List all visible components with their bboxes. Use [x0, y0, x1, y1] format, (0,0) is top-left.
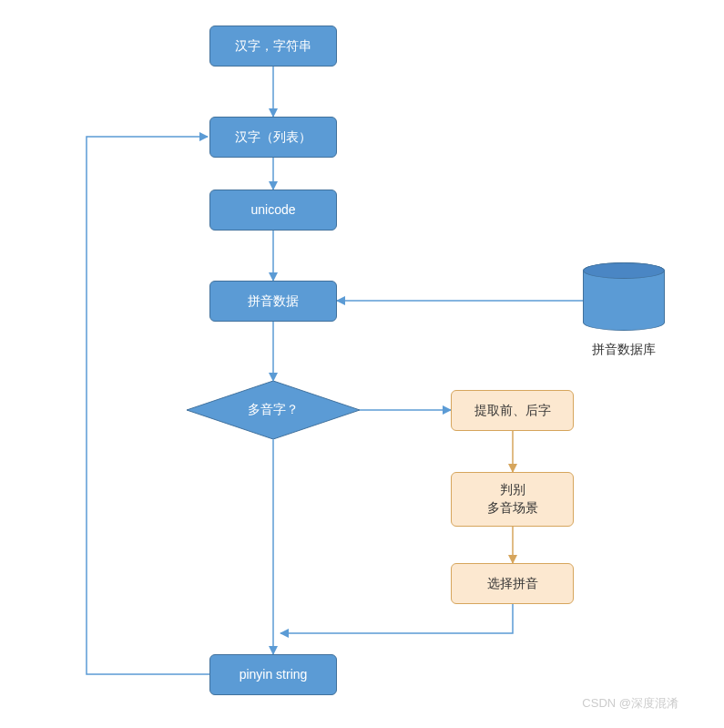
node-label: unicode: [250, 201, 295, 220]
node-label: 多音字？: [248, 402, 299, 418]
node-label: 汉字（列表）: [235, 128, 311, 147]
node-pinyin-string: pinyin string: [209, 654, 337, 695]
edges-layer: [0, 0, 724, 728]
node-hanzi-list: 汉字（列表）: [209, 117, 337, 158]
database-icon: [583, 262, 665, 331]
node-label: 汉字，字符串: [235, 37, 311, 56]
node-label: 拼音数据: [248, 292, 299, 311]
node-pinyin-data: 拼音数据: [209, 281, 337, 322]
node-label: 提取前、后字: [474, 402, 551, 420]
node-hanzi-string: 汉字，字符串: [209, 26, 337, 67]
node-extract-context: 提取前、后字: [451, 390, 574, 431]
node-label: 判别 多音场景: [487, 481, 538, 517]
decision-polyphone: 多音字？: [187, 381, 360, 439]
node-judge-scene: 判别 多音场景: [451, 472, 574, 527]
node-unicode: unicode: [209, 190, 337, 231]
node-label: pinyin string: [240, 666, 308, 684]
watermark: CSDN @深度混淆: [582, 695, 678, 712]
database-label: 拼音数据库: [583, 342, 665, 358]
node-label: 选择拼音: [487, 575, 538, 593]
node-select-pinyin: 选择拼音: [451, 563, 574, 604]
